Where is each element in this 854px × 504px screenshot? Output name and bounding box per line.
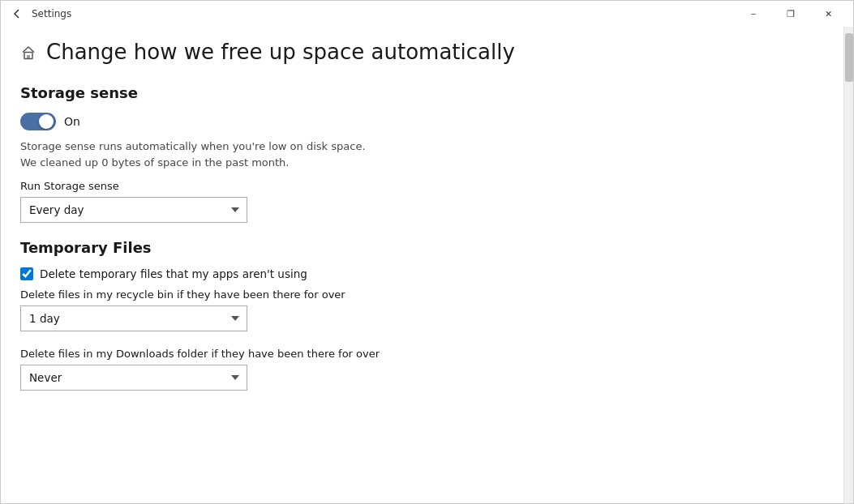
- downloads-dropdown[interactable]: Never 1 day 14 days 30 days 60 days: [20, 365, 247, 391]
- delete-apps-label: Delete temporary files that my apps aren…: [40, 267, 307, 280]
- temporary-files-title: Temporary Files: [20, 239, 811, 256]
- toggle-label: On: [64, 115, 80, 128]
- minimize-button[interactable]: −: [735, 1, 772, 27]
- back-button[interactable]: [7, 4, 27, 23]
- temporary-files-section: Temporary Files Delete temporary files t…: [20, 239, 811, 391]
- close-button[interactable]: ✕: [809, 1, 847, 27]
- run-storage-sense-dropdown-wrap: Every day Every week Every month During …: [20, 197, 247, 223]
- storage-sense-title: Storage sense: [20, 84, 811, 101]
- delete-apps-checkbox[interactable]: [20, 267, 33, 280]
- storage-sense-section: Storage sense On Storage sense runs auto…: [20, 84, 811, 223]
- toggle-row: On: [20, 113, 811, 130]
- downloads-label: Delete files in my Downloads folder if t…: [20, 348, 811, 360]
- storage-sense-description: Storage sense runs automatically when yo…: [20, 139, 811, 170]
- maximize-button[interactable]: ❐: [772, 1, 809, 27]
- recycle-bin-dropdown-wrap: Never 1 day 14 days 30 days 60 days: [20, 305, 247, 331]
- svg-rect-1: [27, 55, 30, 59]
- window-title: Settings: [32, 8, 71, 19]
- page-title: Change how we free up space automaticall…: [46, 40, 515, 65]
- downloads-dropdown-wrap: Never 1 day 14 days 30 days 60 days: [20, 365, 247, 391]
- run-storage-sense-dropdown[interactable]: Every day Every week Every month During …: [20, 197, 247, 223]
- title-bar-controls: − ❐ ✕: [735, 1, 847, 27]
- title-bar: Settings − ❐ ✕: [1, 1, 853, 27]
- recycle-bin-label: Delete files in my recycle bin if they h…: [20, 288, 811, 301]
- content-area: Change how we free up space automaticall…: [1, 27, 853, 503]
- run-storage-sense-label: Run Storage sense: [20, 180, 811, 192]
- storage-sense-toggle[interactable]: [20, 113, 56, 130]
- delete-apps-checkbox-row: Delete temporary files that my apps aren…: [20, 267, 811, 280]
- settings-window: Settings − ❐ ✕ Change how we free up spa…: [0, 0, 854, 504]
- title-bar-left: Settings: [7, 4, 735, 23]
- page-header: Change how we free up space automaticall…: [20, 40, 811, 65]
- home-icon[interactable]: [20, 45, 36, 61]
- main-content: Change how we free up space automaticall…: [1, 27, 843, 503]
- scrollbar[interactable]: [843, 27, 853, 503]
- recycle-bin-dropdown[interactable]: Never 1 day 14 days 30 days 60 days: [20, 305, 247, 331]
- scrollbar-thumb[interactable]: [845, 33, 853, 82]
- toggle-thumb: [39, 114, 54, 129]
